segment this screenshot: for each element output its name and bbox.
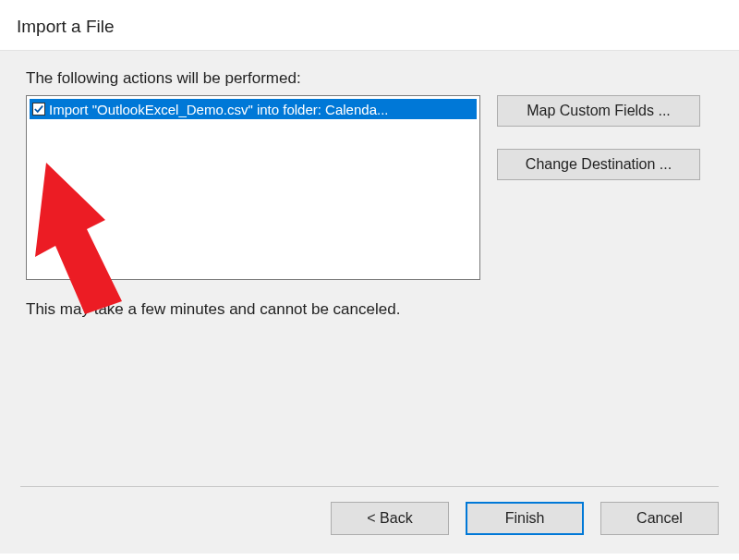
content-panel: The following actions will be performed:… <box>0 50 739 554</box>
map-custom-fields-button[interactable]: Map Custom Fields ... <box>497 95 700 127</box>
footer-separator <box>20 486 719 487</box>
actions-label: The following actions will be performed: <box>26 69 719 88</box>
actions-listbox[interactable]: Import "OutlookExcel_Demo.csv" into fold… <box>26 95 480 280</box>
action-item-text: Import "OutlookExcel_Demo.csv" into fold… <box>49 102 474 117</box>
dialog-title: Import a File <box>0 0 739 50</box>
side-buttons: Map Custom Fields ... Change Destination… <box>497 95 700 180</box>
actions-row: Import "OutlookExcel_Demo.csv" into fold… <box>26 95 719 280</box>
back-button[interactable]: < Back <box>331 502 449 535</box>
finish-button[interactable]: Finish <box>466 502 584 535</box>
cancel-button[interactable]: Cancel <box>600 502 719 535</box>
checkbox-icon[interactable] <box>32 103 45 116</box>
note-text: This may take a few minutes and cannot b… <box>26 300 719 319</box>
change-destination-button[interactable]: Change Destination ... <box>497 149 700 180</box>
footer-buttons: < Back Finish Cancel <box>331 502 719 535</box>
action-item[interactable]: Import "OutlookExcel_Demo.csv" into fold… <box>30 99 477 119</box>
